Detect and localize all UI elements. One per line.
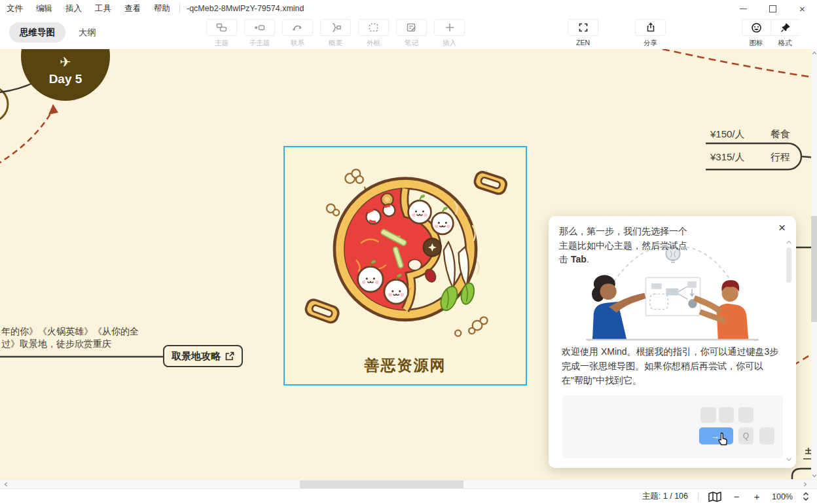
selected-image-topic[interactable]: 善恶资源网 bbox=[283, 146, 527, 386]
branch-curve bbox=[0, 82, 35, 92]
popup-close-button[interactable]: × bbox=[778, 221, 786, 234]
vertical-scrollbar[interactable] bbox=[811, 49, 817, 479]
scroll-right-icon[interactable] bbox=[803, 482, 808, 487]
horizontal-scrollbar[interactable] bbox=[0, 479, 817, 489]
welcome-paragraph: 欢迎使用 XMind。根据我的指引，你可以通过键盘3步完成一张思维导图。如果你想… bbox=[562, 344, 784, 387]
relationship-dashed-arrow[interactable] bbox=[0, 111, 52, 165]
toolbar-button-topic[interactable]: 主题 bbox=[206, 19, 237, 48]
maximize-icon bbox=[769, 5, 776, 12]
horizontal-scroll-thumb[interactable] bbox=[300, 480, 463, 488]
menu-edit[interactable]: 编辑 bbox=[29, 0, 59, 17]
image-topic-caption[interactable]: 善恶资源网 bbox=[285, 355, 526, 376]
menu-view[interactable]: 查看 bbox=[118, 0, 147, 17]
link-node-label: 取景地攻略 bbox=[172, 350, 221, 363]
relationship-icon bbox=[292, 22, 304, 33]
toolbar-button-markers[interactable]: 图标 bbox=[742, 19, 771, 48]
toolbar-button-summary[interactable]: 概要 bbox=[320, 19, 351, 48]
menu-tools[interactable]: 工具 bbox=[88, 0, 118, 17]
onboarding-popup: × bbox=[549, 216, 796, 468]
titlebar: 文件 编辑 插入 工具 查看 帮助 -qcMeb2-8MwlPzY-79574.… bbox=[0, 0, 817, 17]
scroll-up-icon[interactable] bbox=[786, 240, 792, 245]
pot-handle-left bbox=[304, 298, 340, 324]
titlebar-divider bbox=[179, 4, 180, 13]
keyboard-key-q: Q bbox=[738, 427, 753, 444]
keyboard-key-blank-3 bbox=[738, 407, 753, 423]
person-left bbox=[592, 275, 645, 340]
zoom-out-button[interactable]: − bbox=[731, 491, 742, 502]
zen-mode-icon bbox=[578, 22, 589, 33]
format-pin-icon bbox=[780, 22, 791, 33]
xmind-window: 文件 编辑 插入 工具 查看 帮助 -qcMeb2-8MwlPzY-79574.… bbox=[0, 0, 817, 504]
toolbar-button-relationship[interactable]: 联系 bbox=[282, 19, 313, 48]
external-link-icon[interactable] bbox=[225, 351, 234, 361]
keyboard-key-blank-1 bbox=[700, 407, 716, 423]
scroll-down-icon[interactable] bbox=[786, 457, 792, 462]
hotpot-illustration bbox=[297, 153, 513, 349]
window-minimize-button[interactable] bbox=[729, 0, 758, 17]
statusbar-divider bbox=[698, 492, 699, 501]
vertical-scroll-thumb[interactable] bbox=[811, 216, 817, 322]
day5-topic-label: Day 5 bbox=[49, 72, 82, 86]
minimize-icon bbox=[740, 9, 747, 9]
topic-icon bbox=[216, 22, 227, 33]
tab-mindmap[interactable]: 思维导图 bbox=[9, 22, 65, 43]
tab-outline[interactable]: 大纲 bbox=[79, 22, 96, 43]
plus-icon bbox=[445, 22, 455, 33]
meal-price-label: ¥150/人 bbox=[710, 128, 745, 141]
tip-paragraph: 那么，第一步，我们先选择一个主题比如中心主题，然后尝试点击 Tab. bbox=[559, 225, 690, 267]
toolbar-button-zen[interactable]: ZEN bbox=[568, 19, 598, 46]
airplane-icon: ✈ bbox=[60, 54, 71, 69]
popup-scroll-thumb[interactable] bbox=[786, 247, 791, 283]
toolbar-button-note[interactable]: 笔记 bbox=[396, 19, 427, 48]
keyboard-key-blank-4 bbox=[759, 427, 774, 444]
note-icon bbox=[406, 22, 417, 33]
document-filename: -qcMeb2-8MwlPzY-79574.xmind bbox=[187, 4, 304, 13]
scroll-down-icon[interactable] bbox=[812, 473, 817, 478]
statusbar: 主题: 1 / 106 − + 100% bbox=[0, 488, 817, 504]
arrowhead bbox=[48, 104, 58, 115]
person-right bbox=[693, 280, 748, 340]
tab-key-mention: Tab bbox=[571, 254, 587, 264]
toolbar-button-share[interactable]: 分享 bbox=[635, 19, 666, 48]
scroll-up-icon[interactable] bbox=[812, 50, 817, 56]
zoom-level[interactable]: 100% bbox=[772, 492, 793, 501]
trip-price-label: ¥315/人 bbox=[710, 151, 745, 164]
menu-file[interactable]: 文件 bbox=[0, 0, 29, 17]
toolbar-button-subtopic[interactable]: 子主题 bbox=[244, 19, 275, 48]
window-maximize-button[interactable] bbox=[758, 0, 788, 17]
relationship-dashed-topright[interactable] bbox=[663, 49, 817, 78]
summary-icon bbox=[330, 22, 342, 33]
topic-link-node[interactable]: 取景地攻略 bbox=[163, 345, 243, 367]
pot-handle-right bbox=[473, 170, 508, 195]
trip-topic-label[interactable]: 行程 bbox=[771, 151, 790, 164]
zoom-select-chevrons-icon[interactable] bbox=[803, 492, 809, 501]
smiley-icon bbox=[751, 22, 762, 33]
toolbar: 思维导图 大纲 主题 子主题 联系 bbox=[0, 17, 817, 49]
window-close-button[interactable]: × bbox=[788, 0, 817, 17]
boundary-icon bbox=[368, 22, 379, 33]
scroll-left-icon[interactable] bbox=[3, 482, 9, 487]
movie-note-text[interactable]: 年的你》《火锅英雄》《从你的全 过》取景地，徒步欣赏重庆 bbox=[1, 325, 139, 350]
meal-topic-label[interactable]: 餐食 bbox=[771, 128, 790, 141]
mindmap-canvas[interactable]: ✈ Day 5 年的你》《火锅英雄》《从你的全 过》取景地，徒步欣赏重庆 取景地… bbox=[0, 49, 817, 479]
share-icon bbox=[645, 22, 656, 33]
subtopic-icon bbox=[254, 22, 265, 33]
tip-box bbox=[562, 395, 783, 458]
hand-cursor-icon bbox=[717, 432, 730, 448]
keyboard-key-blank-2 bbox=[719, 407, 734, 423]
menu-insert[interactable]: 插入 bbox=[59, 0, 88, 17]
toolbar-button-format[interactable]: 格式 bbox=[771, 19, 799, 48]
popup-scrollbar[interactable] bbox=[786, 240, 792, 462]
toolbar-button-boundary[interactable]: 外框 bbox=[358, 19, 389, 48]
topic-count: 主题: 1 / 106 bbox=[642, 491, 688, 502]
map-overview-icon[interactable] bbox=[708, 492, 721, 502]
zoom-in-button[interactable]: + bbox=[752, 491, 762, 502]
close-icon: × bbox=[799, 3, 805, 14]
toolbar-button-insert[interactable]: 插入 bbox=[434, 19, 465, 48]
menu-help[interactable]: 帮助 bbox=[147, 0, 177, 17]
